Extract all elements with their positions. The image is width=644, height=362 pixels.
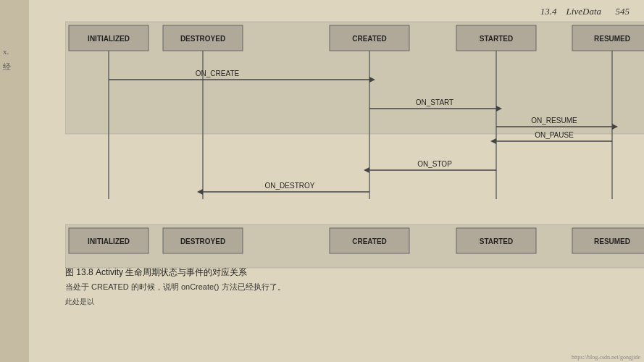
svg-text:ON_PAUSE: ON_PAUSE — [535, 131, 574, 139]
svg-text:DESTROYED: DESTROYED — [180, 35, 225, 43]
svg-text:ON_STOP: ON_STOP — [417, 160, 452, 168]
svg-text:STARTED: STARTED — [480, 35, 513, 43]
svg-text:CREATED: CREATED — [352, 35, 387, 43]
svg-text:DESTROYED: DESTROYED — [180, 237, 225, 245]
margin-text-jing: 经 — [3, 62, 11, 72]
page: x. 经 13.4 LiveData 545 INITIALIZED DESTR… — [0, 0, 644, 362]
content-area: 13.4 LiveData 545 INITIALIZED DESTROYED … — [29, 0, 644, 362]
svg-text:此处是以: 此处是以 — [65, 298, 94, 306]
svg-marker-33 — [197, 189, 203, 195]
svg-text:INITIALIZED: INITIALIZED — [88, 237, 130, 245]
svg-text:RESUMED: RESUMED — [594, 237, 630, 245]
svg-text:ON_DESTROY: ON_DESTROY — [265, 182, 315, 190]
svg-text:图 13.8   Activity 生命周期状态与事件的对应: 图 13.8 Activity 生命周期状态与事件的对应关系 — [65, 267, 247, 277]
svg-text:ON_RESUME: ON_RESUME — [531, 117, 577, 125]
svg-text:CREATED: CREATED — [352, 237, 387, 245]
left-margin: x. 经 — [0, 0, 29, 362]
svg-marker-27 — [490, 138, 496, 144]
svg-text:ON_CREATE: ON_CREATE — [196, 70, 240, 77]
diagram-svg: INITIALIZED DESTROYED CREATED STARTED RE… — [65, 14, 644, 319]
svg-text:当处于 CREATED 的时候，说明 onCreate() : 当处于 CREATED 的时候，说明 onCreate() 方法已经执行了。 — [65, 282, 285, 291]
margin-text-x: x. — [3, 47, 9, 56]
watermark: https://blog.csdn.net/gongjide — [572, 354, 640, 361]
svg-text:ON_START: ON_START — [416, 98, 453, 106]
svg-text:INITIALIZED: INITIALIZED — [88, 35, 130, 43]
svg-marker-30 — [364, 167, 369, 173]
svg-text:STARTED: STARTED — [480, 237, 513, 245]
svg-text:RESUMED: RESUMED — [594, 35, 630, 43]
